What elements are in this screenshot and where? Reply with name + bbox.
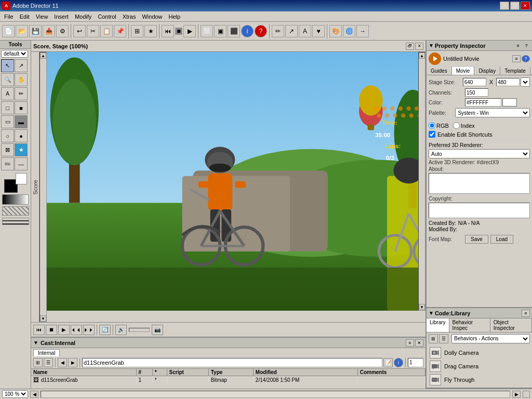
arc-icon[interactable]: ↗ [285, 25, 298, 37]
button-tool[interactable]: 01i [1, 157, 14, 170]
stage-width-input[interactable] [463, 78, 486, 86]
pi-help-btn[interactable]: ? [522, 55, 530, 62]
scroll-down-right-btn[interactable]: ▼ [419, 304, 425, 310]
pi-tab-display[interactable]: Display [474, 67, 500, 75]
volume-slider[interactable] [129, 328, 150, 332]
color-input[interactable] [465, 98, 501, 107]
text-tool[interactable]: A [1, 87, 14, 100]
lib-grid-icon[interactable]: ⊞ [429, 334, 438, 343]
morph-icon[interactable]: 🌀 [343, 25, 355, 37]
line-tool[interactable]: — [15, 157, 28, 170]
lib-item-dolly[interactable]: Dolly Camera [428, 346, 531, 360]
fill-ellipse-tool[interactable]: ● [15, 129, 28, 142]
round-rect-tool[interactable]: ▭ [1, 115, 14, 128]
scroll-left[interactable]: ▲ ▼ [39, 52, 47, 322]
rotate-tool[interactable]: ↗ [15, 59, 28, 72]
menu-window[interactable]: Window [139, 12, 165, 21]
pencil-tool[interactable]: ✏ [15, 87, 28, 100]
crop-tool[interactable]: ⊠ [1, 143, 14, 156]
cast-tab-internal[interactable]: Internal [33, 349, 60, 356]
stage-restore-btn[interactable]: 🗗 [406, 43, 414, 50]
tools-dropdown[interactable]: default [0, 49, 31, 59]
cast-script-icon[interactable]: 📝 [383, 358, 393, 367]
import-icon[interactable]: 📥 [43, 25, 55, 37]
background-color[interactable] [16, 173, 27, 184]
menu-edit[interactable]: Edit [17, 12, 33, 21]
lib-tab-library[interactable]: Library [427, 318, 449, 332]
menu-view[interactable]: View [33, 12, 51, 21]
menu-help[interactable]: Help [166, 12, 184, 21]
lib-item-drag[interactable]: Drag Camera [428, 360, 531, 373]
copy-icon[interactable]: 📋 [100, 25, 113, 37]
grid-icon[interactable]: ⊞ [131, 25, 143, 37]
enable-edit-checkbox[interactable] [429, 131, 435, 138]
pencil-icon[interactable]: ✏ [272, 25, 284, 37]
copyright-textarea[interactable] [429, 203, 530, 218]
arrow-icon[interactable]: → [356, 25, 369, 37]
volume-btn[interactable]: 🔊 [115, 325, 127, 335]
prefs-icon[interactable]: ⚙ [56, 25, 69, 37]
fill-rect-tool[interactable]: ■ [15, 101, 28, 114]
paste-icon[interactable]: 📌 [114, 25, 126, 37]
tools-select[interactable]: default [1, 50, 28, 58]
cast-back-btn[interactable]: ◀ [58, 358, 67, 367]
fill-round-rect-tool[interactable]: ▬ [15, 115, 28, 128]
menu-control[interactable]: Control [95, 12, 119, 21]
text-icon[interactable]: A [299, 25, 311, 37]
cast-close-icon[interactable]: ✕ [415, 339, 423, 347]
pi-tab-movie[interactable]: Movie [452, 67, 475, 75]
menu-xtras[interactable]: Xtras [119, 12, 139, 21]
arrow-tool[interactable]: ↖ [1, 59, 14, 72]
pi-list-icon[interactable]: ≡ [512, 55, 521, 62]
loop-btn[interactable]: 🔄 [99, 325, 111, 335]
palette-select[interactable]: System - Win [455, 108, 530, 117]
shape-tool[interactable]: ★ [15, 143, 28, 156]
open-icon[interactable]: 📂 [16, 25, 28, 37]
cast-info-icon[interactable]: i [394, 358, 403, 367]
lib-tab-object[interactable]: Object Inspector [490, 318, 532, 332]
help-icon[interactable]: ? [255, 25, 267, 37]
step-fwd-btn[interactable]: ⏵⏵ [83, 325, 95, 335]
cast-collapse-icon[interactable]: ▼ [33, 340, 38, 345]
save-icon[interactable]: 💾 [29, 25, 42, 37]
window-lg-icon[interactable]: ⬛ [228, 25, 240, 37]
stop-icon[interactable]: ■ [175, 28, 182, 35]
new-icon[interactable]: 📄 [2, 25, 15, 37]
minimize-button[interactable]: – [500, 2, 509, 10]
cast-menu-icon[interactable]: ≡ [406, 339, 414, 347]
line-style-swatch[interactable] [2, 218, 29, 225]
window-sm-icon[interactable]: ⬜ [201, 25, 213, 37]
undo-icon[interactable]: ↩ [73, 25, 86, 37]
zoom-tool[interactable]: 🔍 [1, 73, 14, 86]
lib-category-select[interactable]: Behaviors - Actions [451, 334, 530, 343]
play-btn[interactable]: ▶ [58, 325, 70, 335]
cast-list-icon[interactable]: ⊞ [33, 358, 43, 367]
color-box[interactable] [502, 98, 517, 107]
cast-fwd-btn[interactable]: ▶ [68, 358, 77, 367]
play-icon[interactable]: ▶ [183, 25, 196, 37]
cast-number-input[interactable] [408, 358, 423, 367]
pi-tab-template[interactable]: Template [500, 67, 530, 75]
renderer-select[interactable]: Auto #directX9 OpenGL [429, 149, 530, 158]
load-btn[interactable]: Load [490, 235, 513, 244]
stop-btn[interactable]: ⏹ [46, 325, 57, 335]
channels-input[interactable] [465, 88, 488, 97]
lib-menu-icon[interactable]: ≡ [522, 310, 530, 317]
rect-tool[interactable]: □ [1, 101, 14, 114]
cast-grid-icon[interactable]: ☰ [44, 358, 53, 367]
pattern-swatch[interactable] [2, 206, 29, 216]
lib-list-icon[interactable]: ☰ [439, 334, 448, 343]
rgb-radio[interactable] [429, 122, 435, 129]
cut-icon[interactable]: ✂ [87, 25, 99, 37]
stage-size-dropdown[interactable]: ▼ [521, 77, 530, 87]
index-radio-label[interactable]: Index [453, 122, 475, 129]
scroll-right[interactable]: ▲ ▼ [418, 52, 425, 311]
index-radio[interactable] [453, 122, 460, 129]
lib-item-fly[interactable]: Fly Through [428, 373, 531, 387]
effects-icon[interactable]: 🎨 [329, 25, 342, 37]
lib-collapse-icon[interactable]: ▼ [429, 310, 434, 316]
menu-modify[interactable]: Modify [72, 12, 95, 21]
menu-insert[interactable]: Insert [51, 12, 72, 21]
info-icon[interactable]: i [241, 25, 254, 37]
star-icon[interactable]: ★ [144, 25, 157, 37]
